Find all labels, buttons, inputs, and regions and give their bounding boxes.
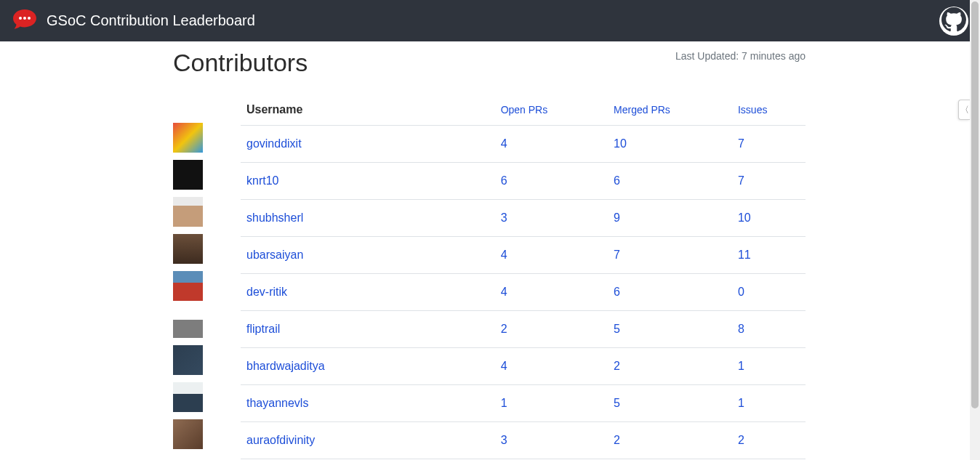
- username-link[interactable]: ubarsaiyan: [241, 237, 495, 274]
- open-prs-link[interactable]: 3: [495, 422, 608, 459]
- open-prs-link[interactable]: 4: [495, 126, 608, 163]
- table-row: dev-ritik460: [241, 274, 806, 311]
- avatar[interactable]: [173, 382, 203, 412]
- col-header-username: Username: [241, 94, 495, 126]
- header-left: GSoC Contribution Leaderboard: [12, 7, 255, 36]
- contributors-table-wrap: Username Open PRs Merged PRs Issues govi…: [241, 94, 806, 460]
- col-header-issues[interactable]: Issues: [732, 94, 806, 126]
- app-title: GSoC Contribution Leaderboard: [47, 12, 255, 29]
- avatar-column: [173, 123, 203, 460]
- table-header-row: Username Open PRs Merged PRs Issues: [241, 94, 806, 126]
- side-panel-tab[interactable]: 〈: [958, 100, 970, 120]
- issues-link[interactable]: 0: [732, 274, 806, 311]
- avatar[interactable]: [173, 123, 203, 153]
- issues-link[interactable]: 8: [732, 311, 806, 348]
- merged-prs-link[interactable]: 10: [608, 126, 732, 163]
- contributors-table: Username Open PRs Merged PRs Issues govi…: [241, 94, 806, 459]
- username-link[interactable]: shubhsherl: [241, 200, 495, 237]
- merged-prs-link[interactable]: 2: [608, 422, 732, 459]
- issues-link[interactable]: 7: [732, 126, 806, 163]
- svg-point-2: [28, 17, 31, 20]
- table-row: auraofdivinity322: [241, 422, 806, 459]
- open-prs-link[interactable]: 2: [495, 311, 608, 348]
- avatar[interactable]: [173, 345, 203, 375]
- table-row: fliptrail258: [241, 311, 806, 348]
- svg-point-1: [23, 17, 26, 20]
- merged-prs-link[interactable]: 9: [608, 200, 732, 237]
- main-content: Contributors Last Updated: 7 minutes ago: [0, 41, 980, 460]
- scrollbar-thumb[interactable]: [971, 1, 979, 408]
- chevron-left-icon: 〈: [960, 104, 969, 116]
- issues-link[interactable]: 1: [732, 348, 806, 385]
- username-link[interactable]: bhardwajaditya: [241, 348, 495, 385]
- merged-prs-link[interactable]: 2: [608, 348, 732, 385]
- username-link[interactable]: govinddixit: [241, 126, 495, 163]
- table-row: bhardwajaditya421: [241, 348, 806, 385]
- username-link[interactable]: dev-ritik: [241, 274, 495, 311]
- table-row: knrt10667: [241, 163, 806, 200]
- app-header: GSoC Contribution Leaderboard: [0, 0, 980, 41]
- merged-prs-link[interactable]: 5: [608, 311, 732, 348]
- username-link[interactable]: thayannevls: [241, 385, 495, 422]
- last-updated: Last Updated: 7 minutes ago: [675, 50, 806, 62]
- avatar[interactable]: [173, 271, 203, 301]
- avatar[interactable]: [173, 197, 203, 227]
- chat-bubble-icon: [12, 7, 38, 36]
- table-row: ubarsaiyan4711: [241, 237, 806, 274]
- top-row: Contributors Last Updated: 7 minutes ago: [173, 49, 806, 77]
- merged-prs-link[interactable]: 5: [608, 385, 732, 422]
- avatar[interactable]: [173, 160, 203, 190]
- content-row: Username Open PRs Merged PRs Issues govi…: [173, 94, 806, 460]
- table-body: govinddixit4107knrt10667shubhsherl3910ub…: [241, 126, 806, 459]
- open-prs-link[interactable]: 1: [495, 385, 608, 422]
- merged-prs-link[interactable]: 6: [608, 274, 732, 311]
- col-header-merged-prs[interactable]: Merged PRs: [608, 94, 732, 126]
- username-link[interactable]: fliptrail: [241, 311, 495, 348]
- table-row: thayannevls151: [241, 385, 806, 422]
- avatar[interactable]: [173, 419, 203, 449]
- col-header-open-prs[interactable]: Open PRs: [495, 94, 608, 126]
- avatar[interactable]: [173, 234, 203, 264]
- merged-prs-link[interactable]: 7: [608, 237, 732, 274]
- open-prs-link[interactable]: 4: [495, 274, 608, 311]
- open-prs-link[interactable]: 6: [495, 163, 608, 200]
- open-prs-link[interactable]: 3: [495, 200, 608, 237]
- scrollbar-track[interactable]: [970, 0, 980, 460]
- table-row: shubhsherl3910: [241, 200, 806, 237]
- github-link[interactable]: [939, 7, 968, 36]
- container: Contributors Last Updated: 7 minutes ago: [173, 49, 806, 460]
- open-prs-link[interactable]: 4: [495, 237, 608, 274]
- open-prs-link[interactable]: 4: [495, 348, 608, 385]
- issues-link[interactable]: 11: [732, 237, 806, 274]
- issues-link[interactable]: 10: [732, 200, 806, 237]
- username-link[interactable]: auraofdivinity: [241, 422, 495, 459]
- github-icon: [941, 7, 966, 35]
- username-link[interactable]: knrt10: [241, 163, 495, 200]
- table-row: govinddixit4107: [241, 126, 806, 163]
- issues-link[interactable]: 7: [732, 163, 806, 200]
- issues-link[interactable]: 2: [732, 422, 806, 459]
- svg-point-0: [19, 17, 22, 20]
- page-title: Contributors: [173, 49, 308, 77]
- avatar[interactable]: [173, 308, 203, 338]
- issues-link[interactable]: 1: [732, 385, 806, 422]
- merged-prs-link[interactable]: 6: [608, 163, 732, 200]
- avatar[interactable]: [173, 456, 203, 460]
